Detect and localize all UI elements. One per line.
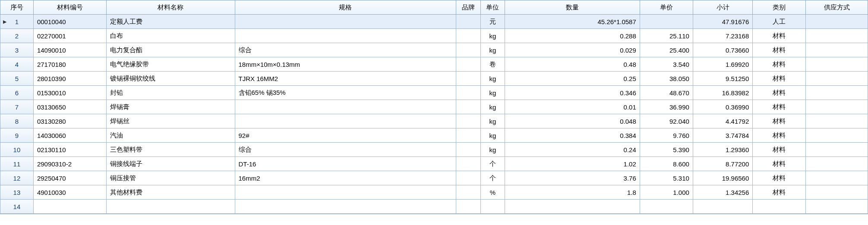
cell-matname[interactable]: 其他材料费 bbox=[107, 185, 235, 200]
cell-price[interactable] bbox=[640, 15, 693, 29]
row-seq[interactable]: 3 bbox=[0, 43, 34, 57]
cell-brand[interactable] bbox=[456, 185, 480, 200]
cell-qty[interactable]: 0.25 bbox=[505, 72, 640, 86]
cell-supply[interactable] bbox=[806, 100, 868, 114]
cell-matname[interactable]: 白布 bbox=[107, 29, 235, 43]
col-brand[interactable]: 品牌 bbox=[456, 0, 480, 15]
col-qty[interactable]: 数量 bbox=[505, 0, 640, 15]
cell-spec[interactable]: TJRX 16MM2 bbox=[235, 72, 456, 86]
cell-subtotal[interactable]: 1.29360 bbox=[693, 143, 752, 157]
col-matname[interactable]: 材料名称 bbox=[107, 0, 235, 15]
cell-matid[interactable]: 03130280 bbox=[33, 114, 106, 128]
table-row[interactable]: ▶100010040定额人工费元45.26*1.058747.91676人工 bbox=[0, 15, 868, 29]
cell-brand[interactable] bbox=[456, 72, 480, 86]
cell-category[interactable]: 材料 bbox=[753, 128, 806, 143]
cell-spec[interactable]: 综合 bbox=[235, 143, 456, 157]
cell-spec[interactable] bbox=[235, 100, 456, 114]
cell-supply[interactable] bbox=[806, 114, 868, 128]
cell-qty[interactable]: 45.26*1.0587 bbox=[505, 15, 640, 29]
cell-unit[interactable]: 个 bbox=[480, 157, 505, 171]
cell-price[interactable] bbox=[640, 200, 693, 214]
col-subtotal[interactable]: 小计 bbox=[693, 0, 752, 15]
col-unit[interactable]: 单位 bbox=[480, 0, 505, 15]
row-seq[interactable]: 12 bbox=[0, 171, 34, 185]
cell-brand[interactable] bbox=[456, 15, 480, 29]
cell-unit[interactable]: kg bbox=[480, 43, 505, 57]
cell-spec[interactable]: 92# bbox=[235, 128, 456, 143]
cell-unit[interactable]: kg bbox=[480, 100, 505, 114]
cell-subtotal[interactable]: 0.36990 bbox=[693, 100, 752, 114]
cell-brand[interactable] bbox=[456, 86, 480, 100]
cell-qty[interactable]: 0.048 bbox=[505, 114, 640, 128]
cell-spec[interactable]: 含铅65% 锡35% bbox=[235, 86, 456, 100]
cell-price[interactable]: 36.990 bbox=[640, 100, 693, 114]
cell-price[interactable]: 5.390 bbox=[640, 143, 693, 157]
cell-supply[interactable] bbox=[806, 15, 868, 29]
cell-matid[interactable]: 01530010 bbox=[33, 86, 106, 100]
cell-supply[interactable] bbox=[806, 128, 868, 143]
cell-unit[interactable]: 个 bbox=[480, 171, 505, 185]
table-row[interactable]: 202270001白布kg0.28825.1107.23168材料 bbox=[0, 29, 868, 43]
cell-subtotal[interactable]: 19.96560 bbox=[693, 171, 752, 185]
cell-matname[interactable]: 汽油 bbox=[107, 128, 235, 143]
cell-supply[interactable] bbox=[806, 185, 868, 200]
cell-brand[interactable] bbox=[456, 143, 480, 157]
table-row[interactable]: 703130650焊锡膏kg0.0136.9900.36990材料 bbox=[0, 100, 868, 114]
cell-matid[interactable]: 03130650 bbox=[33, 100, 106, 114]
cell-spec[interactable] bbox=[235, 114, 456, 128]
cell-matid[interactable]: 14090010 bbox=[33, 43, 106, 57]
cell-subtotal[interactable]: 16.83982 bbox=[693, 86, 752, 100]
cell-subtotal[interactable]: 7.23168 bbox=[693, 29, 752, 43]
row-seq[interactable]: 9 bbox=[0, 128, 34, 143]
cell-qty[interactable]: 0.24 bbox=[505, 143, 640, 157]
cell-subtotal[interactable]: 0.73660 bbox=[693, 43, 752, 57]
cell-unit[interactable]: kg bbox=[480, 114, 505, 128]
row-seq[interactable]: 7 bbox=[0, 100, 34, 114]
cell-category[interactable]: 材料 bbox=[753, 72, 806, 86]
cell-spec[interactable]: 18mm×10m×0.13mm bbox=[235, 57, 456, 72]
cell-category[interactable] bbox=[753, 200, 806, 214]
cell-qty[interactable]: 0.346 bbox=[505, 86, 640, 100]
cell-matid[interactable]: 02130110 bbox=[33, 143, 106, 157]
cell-matname[interactable]: 焊锡膏 bbox=[107, 100, 235, 114]
col-price[interactable]: 单价 bbox=[640, 0, 693, 15]
cell-qty[interactable]: 0.384 bbox=[505, 128, 640, 143]
cell-unit[interactable]: kg bbox=[480, 29, 505, 43]
col-matid[interactable]: 材料编号 bbox=[33, 0, 106, 15]
cell-matname[interactable]: 铜压接管 bbox=[107, 171, 235, 185]
cell-price[interactable]: 1.000 bbox=[640, 185, 693, 200]
cell-subtotal[interactable] bbox=[693, 200, 752, 214]
cell-qty[interactable]: 1.8 bbox=[505, 185, 640, 200]
table-row[interactable]: 601530010封铅含铅65% 锡35%kg0.34648.67016.839… bbox=[0, 86, 868, 100]
cell-matname[interactable]: 镀锡裸铜软绞线 bbox=[107, 72, 235, 86]
cell-spec[interactable]: DT-16 bbox=[235, 157, 456, 171]
cell-matid[interactable]: 02270001 bbox=[33, 29, 106, 43]
row-seq[interactable]: 5 bbox=[0, 72, 34, 86]
cell-category[interactable]: 材料 bbox=[753, 185, 806, 200]
cell-supply[interactable] bbox=[806, 43, 868, 57]
cell-brand[interactable] bbox=[456, 171, 480, 185]
row-seq[interactable]: 4 bbox=[0, 57, 34, 72]
cell-qty[interactable]: 0.48 bbox=[505, 57, 640, 72]
cell-qty[interactable] bbox=[505, 200, 640, 214]
cell-category[interactable]: 材料 bbox=[753, 86, 806, 100]
cell-matname[interactable]: 电气绝缘胶带 bbox=[107, 57, 235, 72]
table-row[interactable]: 14 bbox=[0, 200, 868, 214]
row-seq[interactable]: 8 bbox=[0, 114, 34, 128]
row-seq[interactable]: 14 bbox=[0, 200, 34, 214]
cell-subtotal[interactable]: 1.69920 bbox=[693, 57, 752, 72]
cell-subtotal[interactable]: 3.74784 bbox=[693, 128, 752, 143]
cell-qty[interactable]: 0.029 bbox=[505, 43, 640, 57]
cell-qty[interactable]: 3.76 bbox=[505, 171, 640, 185]
cell-category[interactable]: 材料 bbox=[753, 29, 806, 43]
row-seq[interactable]: 2 bbox=[0, 29, 34, 43]
cell-supply[interactable] bbox=[806, 57, 868, 72]
cell-subtotal[interactable]: 47.91676 bbox=[693, 15, 752, 29]
cell-brand[interactable] bbox=[456, 100, 480, 114]
cell-subtotal[interactable]: 1.34256 bbox=[693, 185, 752, 200]
row-seq[interactable]: 11 bbox=[0, 157, 34, 171]
cell-category[interactable]: 材料 bbox=[753, 43, 806, 57]
cell-price[interactable]: 48.670 bbox=[640, 86, 693, 100]
cell-spec[interactable] bbox=[235, 185, 456, 200]
cell-spec[interactable]: 16mm2 bbox=[235, 171, 456, 185]
